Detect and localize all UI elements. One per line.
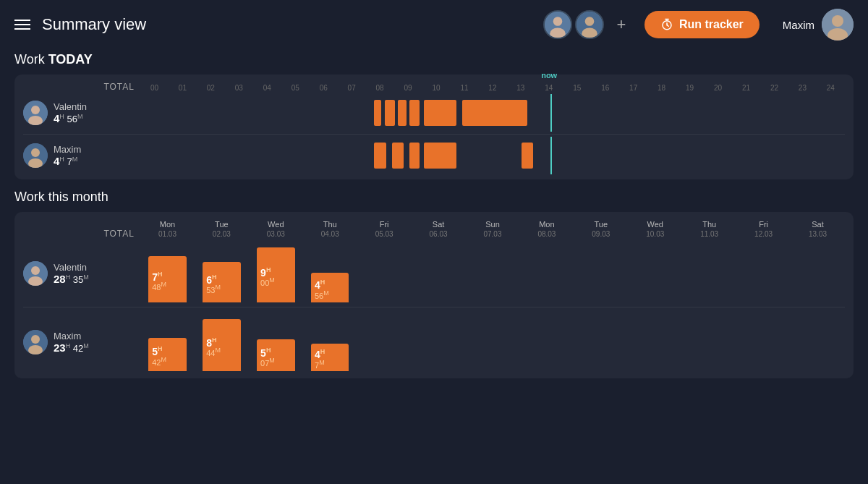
now-label: now xyxy=(541,71,557,80)
today-chart: TOTAL now 00 01 02 03 04 05 06 07 08 09 … xyxy=(14,75,854,179)
main-content: Work TODAY TOTAL now 00 01 02 03 04 05 0… xyxy=(0,49,868,386)
time-bar xyxy=(392,143,404,169)
maxim-month-time: 23H 42M xyxy=(54,341,89,354)
month-day-col: 5H42M xyxy=(140,313,195,371)
time-bar xyxy=(522,143,533,169)
time-bar xyxy=(385,100,395,126)
page-title: Summary view xyxy=(42,15,532,34)
month-day-col xyxy=(357,245,412,302)
svg-point-20 xyxy=(31,335,40,344)
month-day-col xyxy=(628,313,682,371)
valentin-timeline xyxy=(139,96,845,130)
run-tracker-button[interactable]: Run tracker xyxy=(644,11,760,38)
maxim-info: Maxim 4H 7M xyxy=(23,143,139,168)
svg-point-1 xyxy=(553,17,563,26)
valentin-month-info: Valentin 28H 35M xyxy=(23,261,140,286)
valentin-avatar xyxy=(23,101,48,125)
month-bar: 4H7M xyxy=(311,344,349,371)
now-line xyxy=(550,94,552,132)
maxim-time-today: 4H 7M xyxy=(54,155,81,167)
month-day-col xyxy=(412,313,466,371)
month-day-col xyxy=(574,245,628,302)
today-section-title: Work TODAY xyxy=(14,52,854,67)
valentin-time-today: 4H 56M xyxy=(54,112,87,124)
month-day-col xyxy=(736,313,791,371)
svg-point-11 xyxy=(31,106,40,114)
maxim-name-label: Maxim xyxy=(54,144,81,155)
month-day-col: 8H44M xyxy=(195,313,249,371)
avatar-2[interactable] xyxy=(575,10,604,39)
add-user-button[interactable]: + xyxy=(610,13,633,36)
valentin-month-bars: 7H48M6H53M9H00M4H56M xyxy=(140,245,845,302)
month-bar: 7H48M xyxy=(148,256,186,302)
month-chart: TOTAL Mon01.03 Tue02.03 Wed03.03 Thu04.0… xyxy=(14,212,854,378)
current-user-name: Maxim xyxy=(783,19,814,31)
month-day-col: 4H7M xyxy=(303,313,357,371)
today-row-maxim: Maxim 4H 7M xyxy=(23,139,845,172)
time-bar xyxy=(409,100,420,126)
month-day-col: 7H48M xyxy=(140,245,195,302)
month-day-col: 6H53M xyxy=(195,245,249,302)
svg-point-8 xyxy=(832,15,843,27)
time-bar xyxy=(409,143,420,169)
month-day-col xyxy=(736,245,791,302)
month-row-maxim: Maxim 23H 42M 5H42M8H44M5H07M4H7M xyxy=(23,313,845,371)
svg-point-17 xyxy=(31,266,40,275)
today-total-label: TOTAL xyxy=(23,82,140,92)
month-bar: 5H07M xyxy=(257,339,294,371)
maxim-month-avatar xyxy=(23,330,48,354)
menu-icon[interactable] xyxy=(14,20,30,30)
month-day-col: 5H07M xyxy=(249,313,303,371)
month-bar: 4H56M xyxy=(311,273,349,303)
maxim-month-name: Maxim xyxy=(54,331,89,341)
month-day-col xyxy=(682,245,736,302)
month-total-label: TOTAL xyxy=(23,229,140,239)
timer-icon xyxy=(660,18,673,31)
month-day-col xyxy=(682,313,736,371)
valentin-month-name: Valentin xyxy=(54,262,89,273)
month-bar: 8H44M xyxy=(203,319,240,371)
maxim-month-info: Maxim 23H 42M xyxy=(23,330,140,354)
time-bar xyxy=(374,100,381,126)
month-bar: 9H00M xyxy=(257,247,294,302)
valentin-info: Valentin 4H 56M xyxy=(23,101,139,125)
maxim-bars xyxy=(139,143,845,169)
maxim-timeline xyxy=(139,139,845,172)
svg-point-4 xyxy=(585,17,595,26)
month-day-col xyxy=(574,313,628,371)
valentin-month-avatar xyxy=(23,261,48,286)
valentin-name-label: Valentin xyxy=(54,101,87,112)
valentin-month-time: 28H 35M xyxy=(54,273,89,285)
maxim-avatar xyxy=(23,143,48,168)
month-day-col xyxy=(357,313,412,371)
month-day-col xyxy=(466,313,520,371)
today-row-valentin: Valentin 4H 56M xyxy=(23,96,845,130)
month-day-col xyxy=(519,313,574,371)
time-bar xyxy=(398,100,407,126)
month-row-valentin: Valentin 28H 35M 7H48M6H53M9H00M4H56M xyxy=(23,245,845,302)
month-bar: 5H42M xyxy=(148,338,186,371)
time-bar xyxy=(374,143,386,169)
team-avatars: + xyxy=(543,10,633,39)
month-day-col xyxy=(519,245,574,302)
time-bar xyxy=(424,100,456,126)
time-bar xyxy=(424,143,456,169)
month-day-col xyxy=(628,245,682,302)
user-section: Maxim xyxy=(783,9,854,41)
month-day-col xyxy=(791,245,845,302)
time-bar xyxy=(462,100,527,126)
month-day-col xyxy=(791,313,845,371)
month-day-col xyxy=(466,245,520,302)
svg-point-14 xyxy=(31,148,40,157)
month-bar: 6H53M xyxy=(203,262,240,302)
now-line-maxim xyxy=(550,137,552,174)
maxim-month-bars: 5H42M8H44M5H07M4H7M xyxy=(140,313,845,371)
month-day-col: 4H56M xyxy=(303,245,357,302)
user-avatar[interactable] xyxy=(822,9,854,41)
month-day-headers: Mon01.03 Tue02.03 Wed03.03 Thu04.03 Fri0… xyxy=(140,219,845,239)
avatar-1[interactable] xyxy=(543,10,572,39)
month-day-col xyxy=(412,245,466,302)
month-section-title: Work this month xyxy=(14,190,854,205)
valentin-bars xyxy=(139,100,845,126)
header: Summary view + Run tracker Maxim xyxy=(0,0,868,49)
